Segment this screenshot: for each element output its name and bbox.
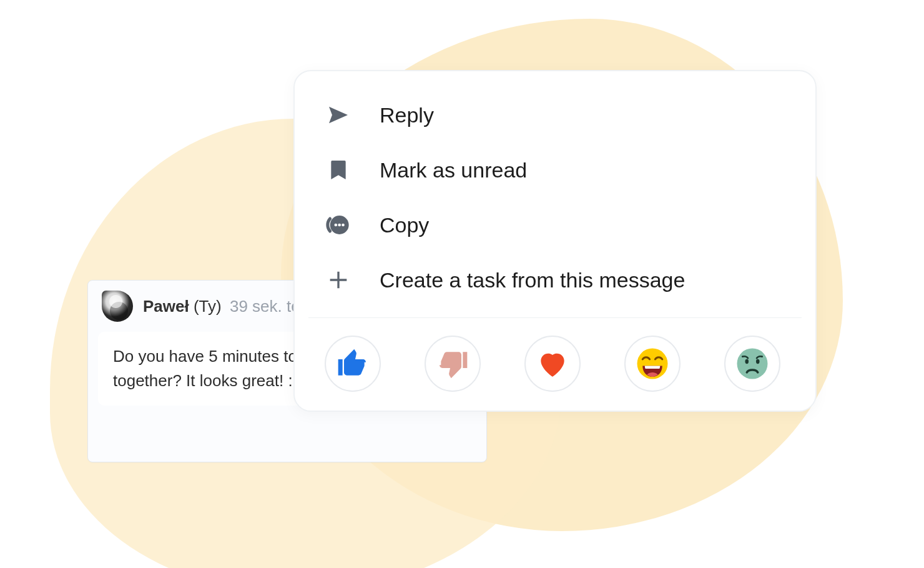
message-timestamp: 39 sek. te [230, 297, 300, 316]
reaction-heart[interactable] [524, 336, 581, 392]
menu-item-create-task[interactable]: Create a task from this message [295, 252, 815, 307]
plus-icon [325, 266, 352, 294]
author-you-suffix: (Ty) [194, 297, 222, 316]
reaction-thumbs-up[interactable] [325, 336, 381, 392]
svg-point-7 [756, 359, 760, 364]
svg-point-5 [737, 349, 768, 379]
worried-icon [735, 346, 770, 381]
avatar [102, 291, 133, 322]
svg-point-2 [338, 224, 341, 227]
menu-item-label: Copy [380, 213, 429, 237]
heart-icon [535, 346, 570, 381]
svg-point-3 [342, 224, 345, 227]
menu-item-label: Reply [380, 103, 434, 127]
send-icon [325, 101, 352, 129]
laugh-icon [635, 346, 670, 381]
menu-item-mark-unread[interactable]: Mark as unread [295, 142, 815, 197]
svg-point-6 [745, 359, 749, 364]
menu-item-reply[interactable]: Reply [295, 87, 815, 142]
thumbs-down-icon [435, 346, 470, 381]
reaction-worried[interactable] [724, 336, 780, 392]
author-first-name: Paweł [143, 297, 189, 316]
reaction-row [295, 328, 815, 394]
thumbs-up-icon [335, 346, 370, 381]
message-context-menu: Reply Mark as unread Copy Create a task … [293, 70, 817, 412]
reaction-thumbs-down[interactable] [425, 336, 481, 392]
bookmark-icon [325, 156, 352, 184]
author-name: Paweł (Ty) 39 sek. te [143, 297, 300, 316]
reaction-laugh[interactable] [624, 336, 681, 392]
copy-icon [325, 211, 352, 239]
menu-divider [308, 317, 802, 318]
menu-item-copy[interactable]: Copy [295, 197, 815, 252]
menu-item-label: Create a task from this message [380, 268, 685, 292]
svg-point-1 [335, 224, 338, 227]
menu-item-label: Mark as unread [380, 158, 527, 182]
